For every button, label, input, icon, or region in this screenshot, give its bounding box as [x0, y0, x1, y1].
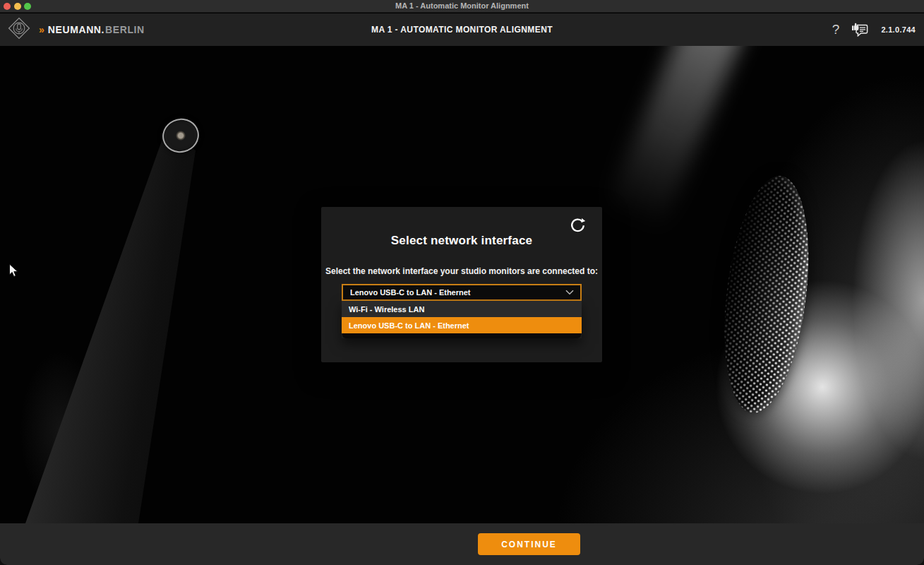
- traffic-lights: [4, 3, 31, 10]
- brand-suffix: BERLIN: [105, 24, 145, 35]
- network-interface-options: Wi-Fi - Wireless LAN Lenovo USB-C to LAN…: [342, 301, 582, 338]
- popup-bottom-edge: [342, 333, 581, 338]
- speaker-waveguide-highlight: [605, 46, 745, 231]
- mouse-cursor-icon: [8, 263, 19, 281]
- minimize-button[interactable]: [14, 3, 21, 10]
- chevron-down-icon: [565, 290, 574, 295]
- measurement-microphone-image: [0, 46, 282, 523]
- footer-bar: CONTINUE: [0, 523, 924, 565]
- app-header: » NEUMANN. BERLIN MA 1 - AUTOMATIC MONIT…: [0, 13, 924, 46]
- app-window: MA 1 - Automatic Monitor Alignment » NEU…: [0, 0, 924, 565]
- header-actions: ? 2.1.0.744: [832, 13, 916, 46]
- version-label: 2.1.0.744: [881, 25, 916, 34]
- select-value: Lenovo USB-C to LAN - Ethernet: [343, 288, 565, 297]
- zoom-button[interactable]: [24, 3, 31, 10]
- option-wifi[interactable]: Wi-Fi - Wireless LAN: [342, 301, 582, 317]
- network-interface-dialog: Select network interface Select the netw…: [321, 207, 602, 362]
- window-title: MA 1 - Automatic Monitor Alignment: [0, 0, 924, 12]
- feedback-icon[interactable]: [851, 20, 870, 40]
- titlebar[interactable]: MA 1 - Automatic Monitor Alignment: [0, 0, 924, 13]
- dialog-title: Select network interface: [321, 234, 602, 248]
- help-button[interactable]: ?: [832, 22, 840, 37]
- option-ethernet[interactable]: Lenovo USB-C to LAN - Ethernet: [342, 317, 582, 333]
- speaker-grille-image: [713, 171, 820, 417]
- brand-name: NEUMANN.: [48, 24, 104, 35]
- close-button[interactable]: [4, 3, 11, 10]
- brand-chevrons: »: [39, 24, 43, 35]
- network-interface-select[interactable]: Lenovo USB-C to LAN - Ethernet: [342, 284, 582, 301]
- brand: » NEUMANN. BERLIN: [7, 13, 145, 46]
- dialog-description: Select the network interface your studio…: [321, 266, 602, 276]
- main-stage: Select network interface Select the netw…: [0, 46, 924, 523]
- neumann-logo-icon: [7, 16, 31, 43]
- refresh-icon[interactable]: [568, 216, 587, 234]
- continue-button[interactable]: CONTINUE: [478, 533, 580, 555]
